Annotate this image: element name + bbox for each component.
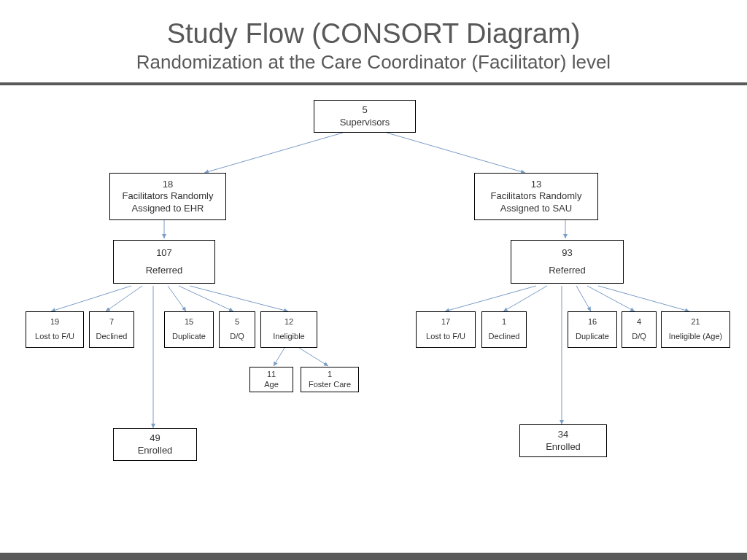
box-enrolled-sau: 34 Enrolled (519, 424, 607, 457)
box-arm-sau: 13 Facilitators Randomly Assigned to SAU (474, 173, 598, 220)
box-ineligible-ehr: 12 Ineligible (260, 311, 317, 348)
svg-line-6 (168, 286, 186, 311)
sau-label: Facilitators Randomly Assigned to SAU (491, 190, 582, 214)
box-supervisors: 5 Supervisors (314, 100, 416, 133)
arrows-layer (0, 85, 747, 501)
svg-line-14 (576, 286, 591, 311)
ehr-count: 18 (163, 179, 173, 190)
ineligible-foster-count: 1 (328, 370, 332, 380)
supervisors-count: 5 (362, 104, 367, 116)
box-dq-sau: 4 D/Q (622, 311, 657, 348)
sau-count: 13 (531, 179, 541, 190)
box-arm-ehr: 18 Facilitators Randomly Assigned to EHR (109, 173, 226, 220)
supervisors-label: Supervisors (340, 117, 390, 128)
svg-line-13 (503, 286, 547, 311)
enrolled-ehr-count: 49 (150, 432, 160, 444)
box-ineligible-foster: 1 Foster Care (301, 367, 359, 392)
ineligible-ehr-label: Ineligible (273, 332, 304, 342)
diagram-canvas: 5 Supervisors 18 Facilitators Randomly A… (0, 85, 747, 501)
svg-line-7 (179, 286, 233, 311)
ineligible-sau-count: 21 (691, 317, 700, 327)
svg-line-12 (445, 286, 536, 311)
box-duplicate-sau: 16 Duplicate (568, 311, 617, 348)
svg-line-1 (387, 133, 525, 173)
box-dq-ehr: 5 D/Q (219, 311, 255, 348)
lost-ehr-count: 19 (50, 317, 59, 327)
page-title: Study Flow (CONSORT Diagram) (0, 18, 747, 50)
page-subtitle: Randomization at the Care Coordinator (F… (0, 51, 747, 74)
referred-ehr-count: 107 (156, 247, 172, 259)
box-enrolled-ehr: 49 Enrolled (113, 428, 197, 461)
box-ineligible-age: 11 Age (249, 367, 293, 392)
lost-sau-label: Lost to F/U (426, 332, 465, 342)
svg-line-0 (204, 133, 343, 173)
ineligible-ehr-count: 12 (285, 317, 293, 327)
box-lost-ehr: 19 Lost to F/U (26, 311, 84, 348)
enrolled-sau-count: 34 (558, 429, 568, 440)
ehr-label: Facilitators Randomly Assigned to EHR (123, 190, 214, 214)
lost-sau-count: 17 (441, 317, 450, 327)
lost-ehr-label: Lost to F/U (35, 332, 74, 342)
ineligible-sau-label: Ineligible (Age) (669, 332, 722, 342)
svg-line-10 (274, 348, 285, 366)
dq-sau-label: D/Q (632, 332, 646, 342)
ineligible-foster-label: Foster Care (309, 380, 351, 390)
ineligible-age-label: Age (264, 380, 279, 390)
duplicate-sau-count: 16 (588, 317, 597, 327)
duplicate-sau-label: Duplicate (576, 332, 609, 342)
svg-line-11 (299, 348, 328, 366)
box-referred-ehr: 107 Referred (113, 240, 215, 284)
referred-sau-label: Referred (549, 265, 586, 276)
declined-ehr-count: 7 (109, 317, 114, 327)
duplicate-ehr-count: 15 (185, 317, 193, 327)
dq-ehr-label: D/Q (230, 332, 244, 342)
dq-ehr-count: 5 (235, 317, 239, 327)
declined-sau-count: 1 (502, 317, 506, 327)
svg-line-5 (106, 286, 142, 311)
declined-ehr-label: Declined (96, 332, 128, 342)
box-declined-ehr: 7 Declined (89, 311, 134, 348)
referred-ehr-label: Referred (146, 265, 183, 276)
duplicate-ehr-label: Duplicate (172, 332, 206, 342)
box-referred-sau: 93 Referred (511, 240, 624, 284)
box-ineligible-sau: 21 Ineligible (Age) (661, 311, 730, 348)
declined-sau-label: Declined (489, 332, 520, 342)
svg-line-8 (190, 286, 288, 311)
divider-bottom (0, 553, 747, 560)
ineligible-age-count: 11 (267, 370, 276, 380)
dq-sau-count: 4 (637, 317, 641, 327)
box-duplicate-ehr: 15 Duplicate (164, 311, 214, 348)
enrolled-ehr-label: Enrolled (138, 445, 173, 456)
enrolled-sau-label: Enrolled (546, 441, 581, 453)
svg-line-16 (598, 286, 689, 311)
box-lost-sau: 17 Lost to F/U (416, 311, 476, 348)
box-declined-sau: 1 Declined (481, 311, 527, 348)
svg-line-4 (51, 286, 131, 311)
svg-line-15 (587, 286, 635, 311)
referred-sau-count: 93 (562, 247, 572, 259)
